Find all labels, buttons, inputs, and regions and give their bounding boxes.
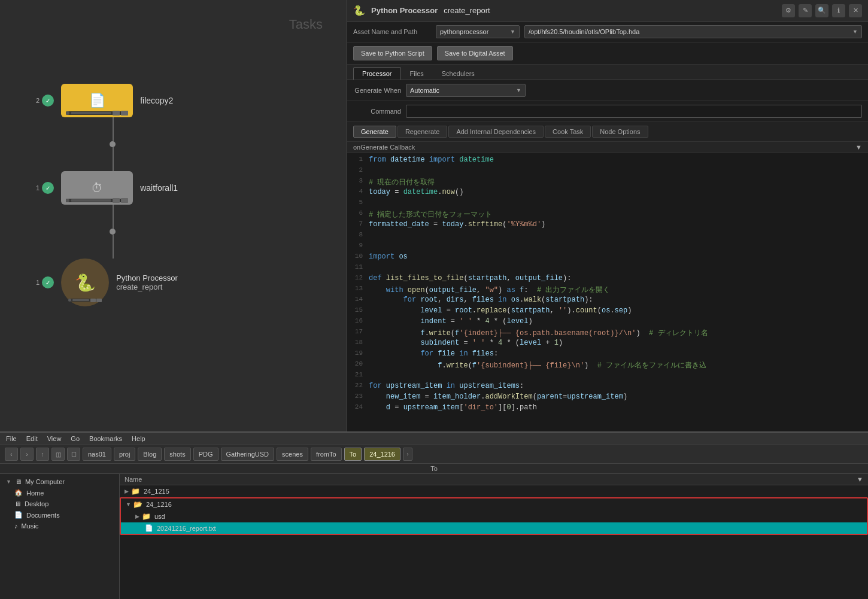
action-tab-dependencies[interactable]: Add Internal Dependencies — [448, 126, 544, 138]
code-line-10: 10 import os — [347, 253, 868, 263]
desktop-label: Desktop — [25, 500, 48, 507]
node-create-report[interactable]: 1 ✓ 🐍 Python Processor — [36, 259, 178, 306]
breadcrumb-nas01[interactable]: nas01 — [83, 448, 111, 461]
forward-button[interactable]: › — [20, 448, 34, 461]
code-line-21: 21 — [347, 371, 868, 382]
create-report-box[interactable]: 🐍 — [61, 259, 109, 306]
menu-file[interactable]: File — [6, 435, 17, 442]
code-line-13: 13 with open(output_file, "w") as f: # 出… — [347, 285, 868, 296]
code-line-6: 6 # 指定した形式で日付をフォーマット — [347, 209, 868, 220]
to-label: To — [430, 465, 438, 472]
save-digital-button[interactable]: Save to Digital Asset — [437, 46, 513, 60]
tasks-panel: Tasks 2 ✓ 📄 — [0, 0, 347, 431]
action-tab-cook[interactable]: Cook Task — [545, 126, 591, 138]
code-line-18: 18 subindent = ' ' * 4 * (level + 1) — [347, 339, 868, 349]
code-line-23: 23 new_item = item_holder.addWorkItem(pa… — [347, 393, 868, 403]
breadcrumb-fromto[interactable]: fromTo — [311, 448, 342, 461]
check-icon-1a: ✓ — [42, 182, 54, 194]
menu-bookmarks[interactable]: Bookmarks — [89, 435, 122, 442]
expand-callback-icon[interactable]: ▼ — [855, 144, 862, 151]
node-filecopy2[interactable]: 2 ✓ 📄 filecopy2 — [36, 84, 173, 117]
edit-icon[interactable]: ✎ — [799, 4, 812, 17]
menu-view[interactable]: View — [47, 435, 62, 442]
my-computer-expand-icon: ▼ — [6, 479, 11, 485]
action-tab-generate[interactable]: Generate — [353, 126, 396, 138]
expand-24-1215-icon: ▶ — [125, 488, 129, 494]
breadcrumb-gatheringusd[interactable]: GatheringUSD — [221, 448, 275, 461]
file-report-label: 20241216_report.txt — [157, 525, 216, 532]
code-line-14: 14 for root, dirs, files in os.walk(star… — [347, 296, 868, 306]
info-icon[interactable]: ℹ — [832, 4, 845, 17]
sidebar-documents[interactable]: 📄 Documents — [0, 509, 119, 521]
python-logo-icon: 🐍 — [353, 5, 365, 16]
breadcrumb-pdg[interactable]: PDG — [193, 448, 218, 461]
up-button[interactable]: ↑ — [36, 448, 49, 461]
sidebar-music[interactable]: ♪ Music — [0, 521, 119, 531]
sidebar-desktop[interactable]: 🖥 Desktop — [0, 498, 119, 509]
breadcrumb-blog[interactable]: Blog — [138, 448, 162, 461]
desktop-icon: 🖥 — [14, 500, 21, 507]
generate-dropdown-arrow-icon: ▼ — [516, 87, 521, 93]
documents-label: Documents — [26, 512, 60, 519]
action-tabs: Generate Regenerate Add Internal Depende… — [347, 122, 868, 142]
py-header: 🐍 Python Processor create_report ⚙ ✎ 🔍 ℹ… — [347, 0, 868, 22]
table-row-24-1216[interactable]: ▼ 📂 24_1216 — [121, 498, 867, 510]
back-button[interactable]: ‹ — [5, 448, 18, 461]
code-editor[interactable]: 1 from datetime import datetime 2 3 # 現在… — [347, 153, 868, 431]
sort-arrow-icon[interactable]: ▼ — [857, 476, 863, 483]
node-waitforall1[interactable]: 1 ✓ ⏱ waitforall1 — [36, 171, 178, 205]
table-row-24-1215[interactable]: ▶ 📁 24_1215 — [120, 485, 868, 497]
save-python-button[interactable]: Save to Python Script — [353, 46, 432, 60]
home-icon: 🏠 — [14, 489, 23, 497]
my-computer-label: My Computer — [25, 478, 65, 485]
breadcrumb-scenes[interactable]: scenes — [277, 448, 308, 461]
new-folder-button[interactable]: ☐ — [67, 448, 80, 461]
breadcrumb-24-1216[interactable]: 24_1216 — [364, 448, 400, 461]
name-column-header: Name — [125, 476, 857, 483]
waitforall1-icon: ⏱ — [91, 181, 103, 195]
python-icon: 🐍 — [75, 273, 96, 293]
asset-path-input[interactable]: /opt/hfs20.5/houdini/otls/OPlibTop.hda ▼ — [524, 25, 862, 38]
toggle-sidebar-button[interactable]: ◫ — [51, 448, 65, 461]
tab-processor[interactable]: Processor — [353, 67, 401, 80]
folder-24-1216-icon: 📂 — [133, 500, 142, 509]
tab-files[interactable]: Files — [401, 67, 433, 80]
code-line-15: 15 level = root.replace(startpath, '').c… — [347, 306, 868, 317]
tab-schedulers[interactable]: Schedulers — [433, 67, 484, 80]
menu-help[interactable]: Help — [132, 435, 145, 442]
code-line-7: 7 formatted_date = today.strftime('%Y%m%… — [347, 220, 868, 231]
generate-when-select[interactable]: Automatic ▼ — [406, 84, 526, 97]
sidebar-home[interactable]: 🏠 Home — [0, 487, 119, 498]
menu-edit[interactable]: Edit — [26, 435, 38, 442]
table-row-usd[interactable]: ▶ 📁 usd — [121, 510, 867, 522]
fb-sidebar: ▼ 🖥 My Computer 🏠 Home 🖥 Desktop 📄 Docum… — [0, 474, 120, 599]
breadcrumb-shots[interactable]: shots — [164, 448, 190, 461]
table-row-report-txt[interactable]: 📄 20241216_report.txt — [121, 522, 867, 534]
filecopy2-box[interactable]: 📄 — [61, 84, 133, 117]
python-processor-label: Python Processor — [116, 273, 178, 282]
code-line-4: 4 today = datetime.now() — [347, 188, 868, 199]
waitforall1-box[interactable]: ⏱ — [61, 171, 133, 205]
folder-usd-label: usd — [154, 513, 165, 520]
menu-go[interactable]: Go — [71, 435, 80, 442]
breadcrumb-proj[interactable]: proj — [114, 448, 135, 461]
settings-icon[interactable]: ⚙ — [782, 4, 795, 17]
file-browser: File Edit View Go Bookmarks Help ‹ › ↑ ◫… — [0, 431, 868, 599]
music-icon: ♪ — [14, 522, 18, 530]
command-row: Command — [347, 101, 868, 122]
tasks-title: Tasks — [289, 17, 323, 32]
computer-icon: 🖥 — [15, 478, 22, 485]
sidebar-my-computer[interactable]: ▼ 🖥 My Computer — [0, 476, 119, 487]
py-panel-title: Python Processor — [371, 6, 438, 15]
breadcrumb-to[interactable]: To — [344, 448, 362, 461]
search-icon[interactable]: 🔍 — [815, 4, 828, 17]
command-input[interactable] — [406, 105, 862, 118]
folder-usd-icon: 📁 — [142, 512, 151, 521]
close-icon[interactable]: ✕ — [849, 4, 862, 17]
breadcrumb-next-arrow[interactable]: › — [403, 448, 412, 461]
command-label: Command — [353, 108, 401, 115]
code-line-2: 2 — [347, 166, 868, 177]
action-tab-regenerate[interactable]: Regenerate — [397, 126, 448, 138]
asset-name-input[interactable]: pythonprocessor ▼ — [436, 25, 520, 38]
action-tab-node-options[interactable]: Node Options — [592, 126, 648, 138]
